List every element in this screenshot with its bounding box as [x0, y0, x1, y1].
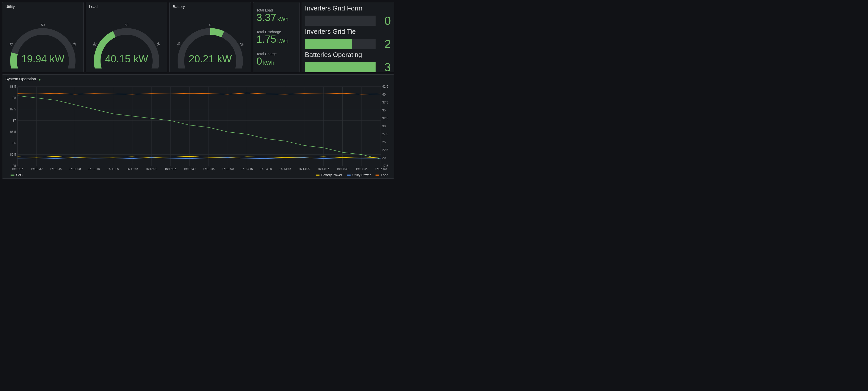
chart-title: System Operation [5, 77, 36, 81]
bar-label: Inverters Grid Tie [305, 28, 391, 35]
svg-text:16:11:15: 16:11:15 [88, 167, 100, 171]
stat-unit: kWh [277, 37, 288, 44]
svg-text:42.5: 42.5 [382, 85, 388, 88]
svg-text:16:13:15: 16:13:15 [241, 167, 253, 171]
svg-text:85.5: 85.5 [10, 153, 16, 157]
svg-text:86: 86 [13, 141, 16, 145]
svg-text:20: 20 [382, 156, 386, 160]
legend-swatch [347, 174, 351, 175]
svg-text:37.5: 37.5 [382, 101, 388, 104]
svg-text:0: 0 [209, 23, 211, 27]
bar-block: Inverters Grid Form0 [305, 4, 391, 28]
stat-block: Total Discharge1.75kWh [256, 29, 296, 45]
bar-label: Inverters Grid Form [305, 4, 391, 12]
bar-track [305, 62, 376, 72]
svg-text:16:13:30: 16:13:30 [260, 167, 272, 171]
svg-text:88: 88 [13, 96, 16, 100]
heart-icon: ♥ [38, 78, 40, 82]
svg-text:22.5: 22.5 [382, 148, 388, 152]
legend-swatch [10, 174, 14, 175]
bar-track [305, 16, 376, 26]
svg-text:27.5: 27.5 [382, 132, 388, 136]
svg-text:32.5: 32.5 [382, 116, 388, 120]
stat-value: 3.37 [256, 12, 276, 23]
svg-text:16:12:30: 16:12:30 [184, 167, 196, 171]
stat-value: 1.75 [256, 33, 276, 45]
svg-text:16:10:30: 16:10:30 [31, 167, 42, 171]
svg-text:16:14:00: 16:14:00 [298, 167, 310, 171]
legend-item[interactable]: Load [375, 173, 388, 177]
legend-item[interactable]: Utility Power [347, 173, 371, 177]
legend-label: Utility Power [352, 173, 371, 177]
system-operation-panel: System Operation ♥ 8585.58686.58787.5888… [2, 74, 394, 179]
svg-text:16:14:30: 16:14:30 [337, 167, 348, 171]
legend-item[interactable]: Battery Power [316, 173, 342, 177]
legend-label: SoC [16, 173, 23, 177]
gauge-panel-utility: Utility025507510019.94 kW [2, 2, 84, 72]
legend-swatch [375, 174, 379, 175]
svg-text:25: 25 [382, 140, 386, 144]
svg-text:16:15:00: 16:15:00 [375, 167, 387, 171]
svg-text:88.5: 88.5 [10, 85, 16, 88]
bar-value: 2 [379, 37, 391, 51]
svg-text:16:10:15: 16:10:15 [12, 167, 24, 171]
svg-text:50: 50 [239, 41, 244, 47]
stat-label: Total Charge [256, 52, 296, 56]
svg-text:16:10:45: 16:10:45 [50, 167, 62, 171]
chart-legend: SoC Battery PowerUtility PowerLoad [5, 172, 391, 177]
gauge-panel-battery: Battery-100-5005010020.21 kW [169, 2, 251, 72]
svg-text:75: 75 [156, 41, 161, 47]
bar-value: 3 [379, 60, 391, 74]
svg-text:16:11:00: 16:11:00 [69, 167, 81, 171]
gauge-panel-load: Load025507510040.15 kW [86, 2, 167, 72]
stat-unit: kWh [263, 60, 274, 66]
svg-text:16:12:15: 16:12:15 [164, 167, 177, 171]
gauge-title: Utility [5, 4, 81, 9]
stat-value: 0 [256, 55, 262, 67]
svg-text:30: 30 [382, 124, 386, 128]
svg-text:16:13:00: 16:13:00 [222, 167, 234, 171]
svg-text:87: 87 [13, 119, 16, 122]
svg-text:16:11:30: 16:11:30 [107, 167, 119, 171]
gauge-value: 20.21 kW [189, 53, 232, 65]
svg-text:16:14:15: 16:14:15 [317, 167, 330, 171]
bar-block: Batteries Operating3 [305, 51, 391, 74]
bar-track [305, 39, 376, 49]
bar-value: 0 [379, 14, 391, 28]
legend-item[interactable]: SoC [10, 173, 23, 177]
gauge-value: 19.94 kW [22, 53, 65, 65]
svg-text:16:14:45: 16:14:45 [356, 167, 368, 171]
svg-text:16:12:00: 16:12:00 [146, 167, 157, 171]
gauge-value: 40.15 kW [105, 53, 148, 65]
svg-text:86.5: 86.5 [10, 130, 16, 134]
legend-swatch [316, 174, 320, 175]
gauge-title: Load [89, 4, 164, 9]
stat-unit: kWh [277, 16, 288, 22]
svg-text:87.5: 87.5 [10, 108, 16, 111]
chart-area[interactable]: 8585.58686.58787.58888.517.52022.52527.5… [5, 83, 391, 172]
svg-text:50: 50 [125, 23, 128, 27]
legend-label: Battery Power [321, 173, 342, 177]
gauge-title: Battery [173, 4, 248, 9]
top-row: Utility025507510019.94 kWLoad02550751004… [2, 2, 394, 72]
bar-block: Inverters Grid Tie2 [305, 28, 391, 51]
svg-text:25: 25 [9, 41, 14, 47]
bars-panel: Inverters Grid Form0Inverters Grid Tie2B… [302, 2, 394, 72]
bar-label: Batteries Operating [305, 51, 391, 59]
svg-text:-50: -50 [176, 41, 181, 48]
stats-panel: Total Load3.37kWhTotal Discharge1.75kWhT… [253, 2, 300, 72]
svg-text:25: 25 [92, 41, 97, 47]
svg-text:50: 50 [41, 23, 45, 27]
svg-text:16:13:45: 16:13:45 [279, 167, 291, 171]
stat-block: Total Charge0kWh [256, 51, 296, 67]
legend-label: Load [381, 173, 388, 177]
svg-text:16:11:45: 16:11:45 [126, 167, 138, 171]
svg-text:16:12:45: 16:12:45 [203, 167, 215, 171]
svg-text:40: 40 [382, 93, 386, 96]
svg-text:35: 35 [382, 109, 386, 112]
svg-text:75: 75 [72, 41, 77, 47]
stat-block: Total Load3.37kWh [256, 8, 296, 23]
